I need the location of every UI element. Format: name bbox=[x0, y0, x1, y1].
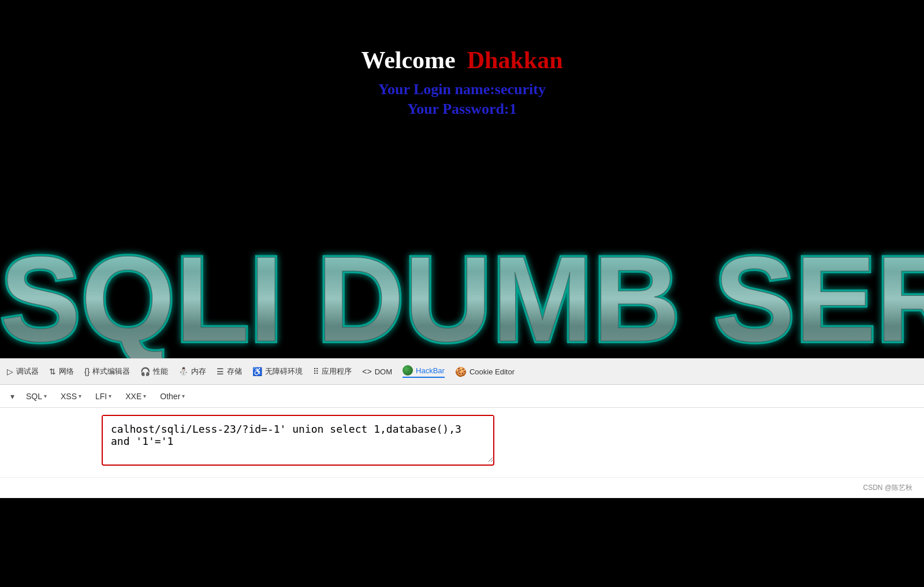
sql-menu-button[interactable]: SQL ▾ bbox=[20, 389, 53, 403]
dom-label: DOM bbox=[375, 367, 392, 376]
login-info: Your Login name:security Your Password:1 bbox=[378, 81, 546, 118]
banner-area: SQLI DUMB SERIES SQLI DUMB SERIES SQLI D… bbox=[0, 208, 924, 358]
xss-dropdown-icon: ▾ bbox=[79, 393, 81, 399]
sql-label: SQL bbox=[26, 392, 42, 401]
welcome-text: Welcome bbox=[361, 46, 455, 74]
storage-icon: ☰ bbox=[217, 367, 224, 376]
welcome-line: Welcome Dhakkan bbox=[361, 46, 562, 74]
dhakkan-name: Dhakkan bbox=[467, 46, 563, 74]
other-menu-button[interactable]: Other ▾ bbox=[154, 389, 191, 403]
devtools-application[interactable]: ⠿ 应用程序 bbox=[313, 366, 352, 377]
other-dropdown-icon: ▾ bbox=[182, 393, 185, 399]
url-area bbox=[0, 408, 924, 477]
devtools-hackbar[interactable]: HackBar bbox=[403, 365, 445, 378]
memory-label: 内存 bbox=[191, 366, 206, 377]
banner-svg: SQLI DUMB SERIES SQLI DUMB SERIES SQLI D… bbox=[0, 208, 924, 358]
style-icon: {} bbox=[84, 367, 90, 376]
lfi-menu-button[interactable]: LFI ▾ bbox=[90, 389, 117, 403]
memory-icon: ⛄ bbox=[178, 367, 188, 376]
devtools-network[interactable]: ⇅ 网络 bbox=[49, 366, 74, 377]
login-name: Your Login name:security bbox=[378, 81, 546, 98]
debugger-icon: ▷ bbox=[7, 367, 13, 376]
footer-credit: CSDN @陈艺秋 bbox=[863, 483, 912, 493]
sql-dropdown-icon: ▾ bbox=[44, 393, 47, 399]
network-icon: ⇅ bbox=[49, 367, 56, 376]
main-content: Welcome Dhakkan Your Login name:security… bbox=[0, 0, 924, 358]
storage-label: 存储 bbox=[227, 366, 242, 377]
xss-label: XSS bbox=[61, 392, 77, 401]
lfi-label: LFI bbox=[95, 392, 107, 401]
lfi-dropdown-icon: ▾ bbox=[109, 393, 111, 399]
hackbar-toolbar: ▾ SQL ▾ XSS ▾ LFI ▾ XXE ▾ Other ▾ bbox=[0, 385, 924, 408]
network-label: 网络 bbox=[59, 366, 74, 377]
style-label: 样式编辑器 bbox=[92, 366, 130, 377]
performance-icon: 🎧 bbox=[140, 367, 150, 376]
performance-label: 性能 bbox=[153, 366, 168, 377]
devtools-dom[interactable]: <> DOM bbox=[362, 367, 392, 376]
url-input[interactable] bbox=[103, 416, 493, 462]
devtools-accessibility[interactable]: ♿ 无障碍环境 bbox=[252, 366, 303, 377]
cookie-icon: 🍪 bbox=[455, 366, 467, 377]
xss-menu-button[interactable]: XSS ▾ bbox=[55, 389, 87, 403]
devtools-performance[interactable]: 🎧 性能 bbox=[140, 366, 168, 377]
application-label: 应用程序 bbox=[322, 366, 352, 377]
xxe-label: XXE bbox=[125, 392, 141, 401]
application-icon: ⠿ bbox=[313, 367, 319, 376]
hackbar-label: HackBar bbox=[416, 366, 445, 375]
devtools-debugger[interactable]: ▷ 调试器 bbox=[7, 366, 39, 377]
other-label: Other bbox=[160, 392, 180, 401]
dom-icon: <> bbox=[362, 367, 371, 376]
devtools-memory[interactable]: ⛄ 内存 bbox=[178, 366, 206, 377]
devtools-storage[interactable]: ☰ 存储 bbox=[217, 366, 242, 377]
footer-bar: CSDN @陈艺秋 bbox=[0, 477, 924, 498]
xxe-dropdown-icon: ▾ bbox=[143, 393, 146, 399]
toolbar-back-arrow[interactable]: ▾ bbox=[7, 391, 18, 402]
debugger-label: 调试器 bbox=[16, 366, 39, 377]
xxe-menu-button[interactable]: XXE ▾ bbox=[120, 389, 152, 403]
accessibility-icon: ♿ bbox=[252, 367, 262, 376]
svg-text:SQLI DUMB SERIES: SQLI DUMB SERIES bbox=[0, 231, 924, 358]
url-input-wrapper bbox=[102, 415, 494, 466]
accessibility-label: 无障碍环境 bbox=[265, 366, 303, 377]
login-password: Your Password:1 bbox=[407, 101, 516, 118]
devtools-cookie-editor[interactable]: 🍪 Cookie Editor bbox=[455, 366, 515, 377]
cookie-editor-label: Cookie Editor bbox=[470, 367, 515, 376]
devtools-bar: ▷ 调试器 ⇅ 网络 {} 样式编辑器 🎧 性能 ⛄ 内存 ☰ 存储 ♿ 无障碍… bbox=[0, 358, 924, 385]
devtools-style-editor[interactable]: {} 样式编辑器 bbox=[84, 366, 130, 377]
hackbar-icon bbox=[403, 365, 413, 376]
